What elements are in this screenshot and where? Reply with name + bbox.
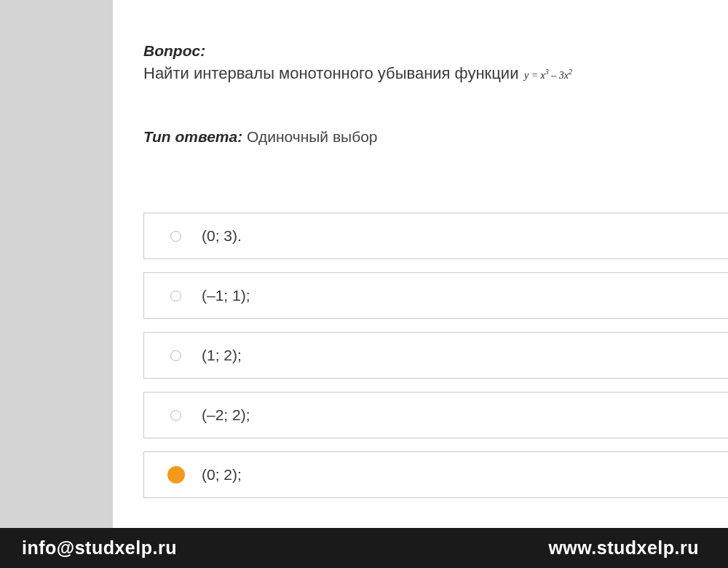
footer: info@studxelp.ru www.studxelp.ru <box>0 528 728 568</box>
options-container: (0; 3). (–1; 1); (1; 2); (–2; 2); (0; 2)… <box>143 213 728 498</box>
option-2[interactable]: (1; 2); <box>143 332 728 379</box>
option-3[interactable]: (–2; 2); <box>143 392 728 438</box>
option-text: (–1; 1); <box>202 287 250 304</box>
option-4[interactable]: (0; 2); <box>143 451 728 498</box>
option-text: (0; 3). <box>202 227 242 245</box>
radio-icon[interactable] <box>170 231 181 242</box>
question-text: Найти интервалы монотонного убывания фун… <box>143 64 518 83</box>
question-formula: y = x3 – 3x2 <box>521 68 572 82</box>
option-0[interactable]: (0; 3). <box>143 213 728 259</box>
radio-icon[interactable] <box>170 410 181 421</box>
question-row: Найти интервалы монотонного убывания фун… <box>143 64 728 83</box>
answer-type-row: Тип ответа: Одиночный выбор <box>143 128 728 146</box>
footer-website: www.studxelp.ru <box>548 537 699 559</box>
radio-icon[interactable] <box>170 291 181 301</box>
option-text: (0; 2); <box>202 466 242 484</box>
option-text: (1; 2); <box>202 347 242 364</box>
radio-icon[interactable] <box>170 350 181 361</box>
option-1[interactable]: (–1; 1); <box>143 272 728 319</box>
answer-type-label: Тип ответа: <box>143 128 242 145</box>
answer-type-value: Одиночный выбор <box>247 128 378 145</box>
radio-selected-icon[interactable] <box>167 466 185 484</box>
option-text: (–2; 2); <box>202 406 250 424</box>
question-label: Вопрос: <box>143 42 728 60</box>
footer-email: info@studxelp.ru <box>22 537 177 559</box>
content-card: Вопрос: Найти интервалы монотонного убыв… <box>113 0 728 528</box>
